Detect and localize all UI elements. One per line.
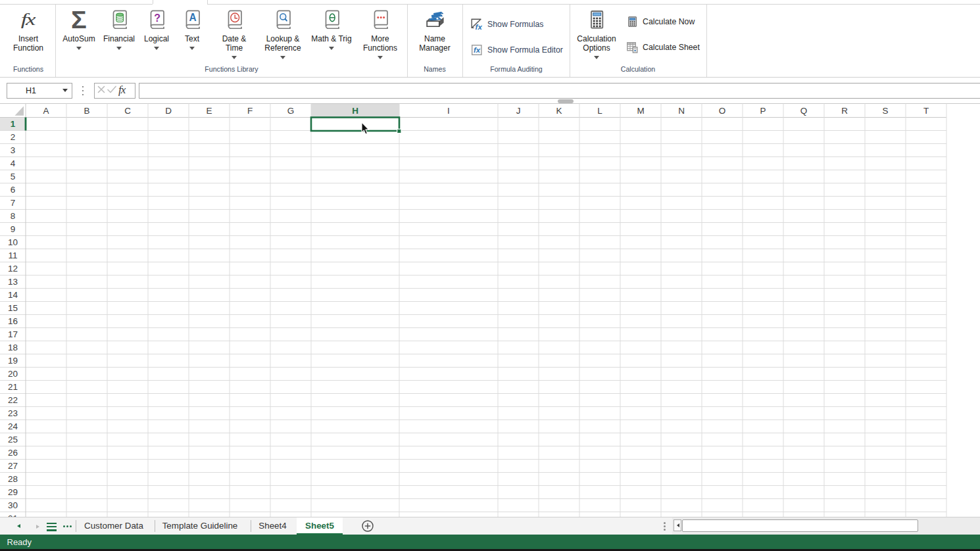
svg-text:13: 13 <box>8 277 18 287</box>
svg-text:A: A <box>43 106 49 116</box>
svg-text:10: 10 <box>8 237 18 247</box>
svg-text:A: A <box>189 12 197 23</box>
svg-text:S: S <box>882 106 888 116</box>
svg-text:fx: fx <box>473 46 480 54</box>
svg-text:17: 17 <box>8 329 18 339</box>
svg-text:fx: fx <box>475 22 482 30</box>
svg-text:8: 8 <box>11 211 16 221</box>
svg-text:24: 24 <box>8 421 18 431</box>
svg-text:25: 25 <box>8 435 18 444</box>
svg-text:29: 29 <box>8 487 18 497</box>
svg-text:D: D <box>165 106 172 116</box>
svg-text:26: 26 <box>8 448 18 458</box>
svg-text:12: 12 <box>8 264 18 274</box>
svg-text:6: 6 <box>11 185 16 195</box>
svg-text:23: 23 <box>8 408 18 418</box>
svg-text:P: P <box>760 106 766 116</box>
svg-text:K: K <box>556 106 562 116</box>
svg-text:L: L <box>597 106 602 116</box>
svg-text:20: 20 <box>8 369 18 379</box>
svg-text:18: 18 <box>8 343 18 352</box>
svg-text:G: G <box>287 106 295 116</box>
svg-text:16: 16 <box>8 316 18 326</box>
svg-text:19: 19 <box>8 356 18 366</box>
svg-text:M: M <box>637 106 644 116</box>
svg-text:?: ? <box>154 11 160 23</box>
svg-text:21: 21 <box>8 382 18 392</box>
svg-text:11: 11 <box>8 251 17 260</box>
svg-text:T: T <box>923 106 929 116</box>
svg-text:B: B <box>84 106 89 116</box>
svg-text:4: 4 <box>11 158 16 168</box>
svg-text:22: 22 <box>8 395 18 405</box>
svg-text:Q: Q <box>800 106 808 116</box>
svg-text:I: I <box>447 106 450 116</box>
svg-text:H: H <box>352 106 358 116</box>
svg-text:C: C <box>124 106 131 116</box>
svg-text:5: 5 <box>11 172 16 181</box>
svg-text:J: J <box>516 106 521 116</box>
svg-text:27: 27 <box>8 461 18 471</box>
svg-text:9: 9 <box>11 224 16 234</box>
svg-text:R: R <box>841 106 848 116</box>
svg-text:E: E <box>206 106 212 116</box>
svg-text:3: 3 <box>11 145 16 155</box>
svg-text:N: N <box>678 106 685 116</box>
svg-text:F: F <box>247 106 253 116</box>
svg-text:7: 7 <box>11 198 16 208</box>
svg-text:14: 14 <box>8 290 18 300</box>
svg-text:30: 30 <box>8 500 18 510</box>
svg-text:1: 1 <box>11 119 16 129</box>
svg-text:28: 28 <box>8 474 18 484</box>
svg-text:O: O <box>719 106 726 116</box>
svg-text:15: 15 <box>8 303 18 313</box>
svg-text:2: 2 <box>11 132 16 142</box>
